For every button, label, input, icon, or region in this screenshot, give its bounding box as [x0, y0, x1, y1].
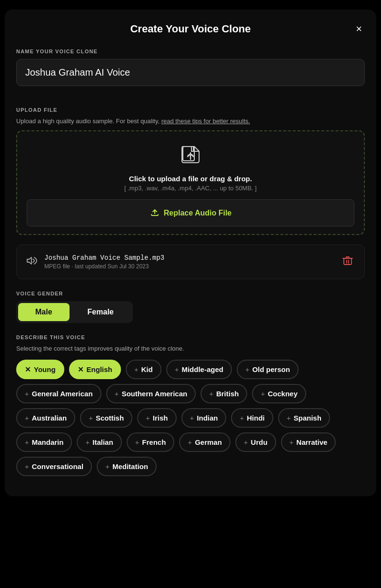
- tag-add-icon: +: [261, 390, 265, 397]
- tag-add-icon: +: [25, 439, 29, 446]
- tag-add-icon: +: [85, 439, 90, 446]
- tag-meditation[interactable]: +Meditation: [97, 457, 157, 476]
- tag-narrative[interactable]: +Narrative: [281, 432, 336, 452]
- create-voice-clone-modal: Create Your Voice Clone × NAME YOUR VOIC…: [5, 10, 376, 496]
- upload-section: UPLOAD FILE Upload a high quality audio …: [16, 107, 365, 235]
- tag-german[interactable]: +German: [179, 432, 230, 452]
- svg-marker-4: [27, 257, 31, 264]
- file-name: Joshua Graham Voice Sample.mp3: [44, 254, 334, 262]
- upload-dropzone[interactable]: Click to upload a file or drag & drop. […: [16, 130, 365, 235]
- tag-conversational[interactable]: +Conversational: [16, 457, 92, 476]
- voice-name-input[interactable]: [16, 59, 365, 86]
- tag-urdu[interactable]: +Urdu: [235, 432, 276, 452]
- replace-icon: [150, 206, 160, 219]
- svg-rect-5: [344, 258, 351, 265]
- tag-add-icon: +: [245, 366, 250, 373]
- gender-section: VOICE GENDER Male Female: [16, 291, 365, 323]
- file-item: Joshua Graham Voice Sample.mp3 MPEG file…: [16, 245, 365, 279]
- tag-add-icon: +: [287, 414, 291, 421]
- tag-add-icon: +: [244, 439, 248, 446]
- gender-label: VOICE GENDER: [16, 291, 365, 296]
- tag-add-icon: +: [135, 439, 140, 446]
- close-button[interactable]: ×: [353, 23, 365, 35]
- tag-australian[interactable]: +Australian: [16, 408, 75, 428]
- tag-add-icon: +: [25, 463, 29, 470]
- tag-british[interactable]: +British: [201, 384, 247, 403]
- describe-section: DESCRIBE THIS VOICE Selecting the correc…: [16, 334, 365, 476]
- file-meta: MPEG file · last updated Sun Jul 30 2023: [44, 263, 334, 270]
- modal-header: Create Your Voice Clone ×: [16, 23, 365, 35]
- name-section: NAME YOUR VOICE CLONE: [16, 49, 365, 98]
- tag-cockney[interactable]: +Cockney: [252, 384, 306, 403]
- modal-title: Create Your Voice Clone: [130, 23, 251, 35]
- describe-label: DESCRIBE THIS VOICE: [16, 334, 365, 340]
- gender-male-button[interactable]: Male: [18, 303, 70, 321]
- tag-english[interactable]: ✕English: [69, 360, 121, 379]
- audio-icon: [26, 255, 38, 269]
- tag-add-icon: +: [240, 414, 244, 421]
- tag-indian[interactable]: +Indian: [181, 408, 227, 428]
- tag-add-icon: +: [115, 390, 119, 397]
- gender-toggle: Male Female: [16, 301, 133, 323]
- tag-remove-icon: ✕: [78, 366, 84, 373]
- describe-subtitle: Selecting the correct tags improves qual…: [16, 345, 365, 352]
- tag-add-icon: +: [175, 366, 179, 373]
- tag-italian[interactable]: +Italian: [77, 432, 121, 452]
- file-upload-icon: [27, 145, 354, 170]
- tag-add-icon: +: [105, 463, 110, 470]
- tags-container: ✕Young✕English+Kid+Middle-aged+Old perso…: [16, 360, 365, 476]
- tag-add-icon: +: [209, 390, 213, 397]
- dropzone-title: Click to upload a file or drag & drop.: [27, 175, 354, 183]
- tag-add-icon: +: [190, 414, 194, 421]
- upload-tips-link[interactable]: read these tips for better results.: [161, 118, 250, 125]
- tag-spanish[interactable]: +Spanish: [278, 408, 330, 428]
- tag-add-icon: +: [146, 414, 150, 421]
- tag-add-icon: +: [188, 439, 192, 446]
- replace-audio-button[interactable]: Replace Audio File: [27, 199, 354, 226]
- tag-add-icon: +: [25, 390, 29, 397]
- upload-label: UPLOAD FILE: [16, 107, 365, 113]
- tag-kid[interactable]: +Kid: [126, 360, 161, 379]
- tag-add-icon: +: [134, 366, 139, 373]
- tag-scottish[interactable]: +Scottish: [80, 408, 132, 428]
- tag-remove-icon: ✕: [25, 366, 31, 373]
- gender-female-button[interactable]: Female: [70, 303, 131, 321]
- tag-add-icon: +: [89, 414, 93, 421]
- delete-file-button[interactable]: [341, 254, 355, 270]
- upload-description: Upload a high quality audio sample. For …: [16, 118, 365, 125]
- tag-add-icon: +: [290, 439, 294, 446]
- tag-southern-american[interactable]: +Southern American: [106, 384, 196, 403]
- tag-mandarin[interactable]: +Mandarin: [16, 432, 72, 452]
- tag-old-person[interactable]: +Old person: [237, 360, 299, 379]
- replace-audio-label: Replace Audio File: [164, 209, 232, 217]
- tag-hindi[interactable]: +Hindi: [231, 408, 273, 428]
- file-info: Joshua Graham Voice Sample.mp3 MPEG file…: [44, 254, 334, 270]
- tag-add-icon: +: [25, 414, 29, 421]
- name-label: NAME YOUR VOICE CLONE: [16, 49, 365, 54]
- svg-rect-0: [183, 147, 194, 161]
- tag-french[interactable]: +French: [127, 432, 175, 452]
- tag-general-american[interactable]: +General American: [16, 384, 101, 403]
- tag-irish[interactable]: +Irish: [137, 408, 176, 428]
- tag-young[interactable]: ✕Young: [16, 360, 64, 379]
- dropzone-formats: [ .mp3, .wav, .m4a, .mp4, .AAC, ... up t…: [27, 185, 354, 192]
- tag-middle-aged[interactable]: +Middle-aged: [166, 360, 232, 379]
